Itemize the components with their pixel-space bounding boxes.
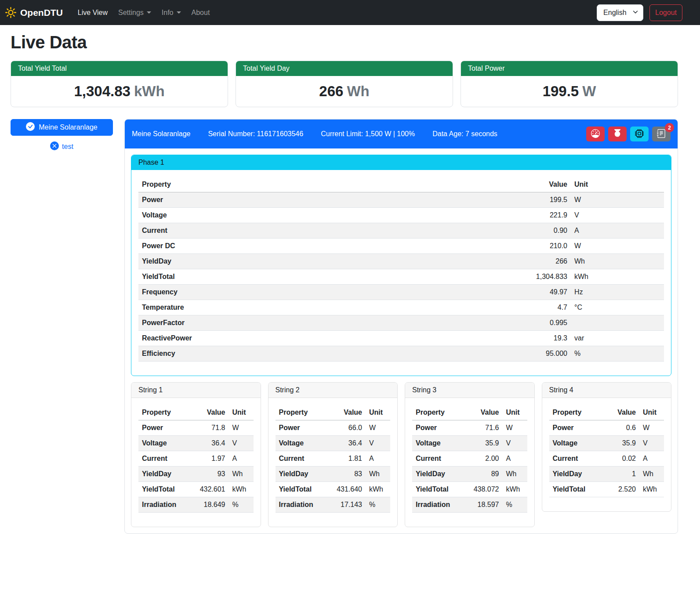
phase-panel-body: Property Value Unit Power199.5WVoltage22…: [131, 170, 671, 376]
unit-cell: Wh: [229, 467, 254, 482]
page-container: Live Data Total Yield Total 1,304.83kWh …: [0, 33, 700, 547]
inverter-card-body: Phase 1 Property Value Unit Power199.5WV…: [125, 148, 678, 533]
value-cell: 0.02: [597, 451, 639, 467]
table-row: Efficiency95.000%: [138, 346, 664, 362]
unit-cell: A: [571, 223, 664, 239]
column-value: Value: [323, 405, 366, 420]
power-button[interactable]: [608, 127, 627, 141]
table-row: YieldDay266Wh: [138, 254, 664, 269]
brand[interactable]: OpenDTU: [5, 7, 63, 18]
property-cell: PowerFactor: [138, 315, 505, 331]
total-yield-day-card: Total Yield Day 266Wh: [236, 61, 453, 107]
table-row: Voltage36.4V: [276, 436, 391, 451]
table-head: Property Value Unit: [412, 405, 527, 420]
nav-item-info[interactable]: Info: [156, 5, 186, 20]
nav-item-live-view[interactable]: Live View: [73, 5, 113, 20]
table-body: Power71.6WVoltage35.9VCurrent2.00AYieldD…: [412, 420, 527, 513]
table-row: YieldTotal438.072kWh: [412, 482, 527, 497]
property-cell: Efficiency: [138, 346, 505, 362]
inverter-meta: Meine Solaranlage Serial Number: 1161716…: [132, 130, 497, 138]
property-cell: Current: [138, 451, 187, 467]
property-cell: YieldDay: [138, 467, 187, 482]
nav-item-settings[interactable]: Settings: [113, 5, 156, 20]
property-cell: YieldTotal: [276, 482, 324, 497]
value-cell: 17.143: [323, 497, 366, 513]
value-cell: 432.601: [187, 482, 229, 497]
event-log-button[interactable]: 2: [652, 127, 671, 141]
table-row: YieldTotal1,304.833kWh: [138, 269, 664, 285]
string-card-body: Property Value Unit Power71.8WVoltage36.…: [131, 398, 261, 527]
value-cell: 1.97: [187, 451, 229, 467]
property-cell: Voltage: [138, 208, 505, 223]
cpu-icon: [635, 129, 644, 139]
table-row: Current2.00A: [412, 451, 527, 467]
table-body: Power0.6WVoltage35.9VCurrent0.02AYieldDa…: [549, 420, 664, 497]
value-cell: 210.0: [505, 239, 571, 254]
inverter-name: Meine Solaranlage: [132, 130, 190, 138]
navbar: OpenDTU Live View Settings Info About En…: [0, 0, 700, 25]
column-property: Property: [276, 405, 324, 420]
card-value: 266: [319, 83, 343, 99]
property-cell: Voltage: [549, 436, 598, 451]
table-row: Irradiation18.597%: [412, 497, 527, 513]
unit-cell: V: [639, 436, 664, 451]
unit-cell: A: [503, 451, 527, 467]
column-value: Value: [505, 177, 571, 192]
property-cell: YieldTotal: [412, 482, 461, 497]
device-info-button[interactable]: [630, 127, 649, 141]
table-row: Voltage35.9V: [412, 436, 527, 451]
property-cell: Power: [549, 420, 598, 436]
nav-item-about[interactable]: About: [186, 5, 215, 20]
table-head: Property Value Unit: [138, 405, 254, 420]
unit-cell: Wh: [366, 467, 390, 482]
value-cell: 431.640: [323, 482, 366, 497]
inverter-selected-button[interactable]: Meine Solaranlage: [11, 119, 113, 136]
value-cell: 36.4: [323, 436, 366, 451]
nav-item-label: Settings: [118, 9, 144, 17]
value-cell: 4.7: [505, 300, 571, 315]
string-card-body: Property Value Unit Power71.6WVoltage35.…: [405, 398, 534, 527]
value-cell: 1.81: [323, 451, 366, 467]
limit-settings-button[interactable]: [586, 127, 605, 141]
table-row: Power DC210.0W: [138, 239, 664, 254]
value-cell: 19.3: [505, 331, 571, 346]
value-cell: 35.9: [597, 436, 639, 451]
language-select[interactable]: English: [597, 4, 643, 21]
unit-cell: kWh: [571, 269, 664, 285]
value-cell: 95.000: [505, 346, 571, 362]
value-cell: 36.4: [187, 436, 229, 451]
property-cell: YieldTotal: [549, 482, 598, 497]
value-cell: 438.072: [461, 482, 503, 497]
table-row: YieldDay1Wh: [549, 467, 664, 482]
inverter-item-test[interactable]: test: [11, 141, 113, 152]
table-head: Property Value Unit: [549, 405, 664, 420]
column-unit: Unit: [639, 405, 664, 420]
column-value: Value: [187, 405, 229, 420]
card-title: Total Yield Day: [236, 61, 453, 76]
table-row: Temperature4.7°C: [138, 300, 664, 315]
unit-cell: A: [229, 451, 254, 467]
property-cell: Voltage: [276, 436, 324, 451]
unit-cell: W: [229, 420, 254, 436]
string-card-title: String 4: [542, 383, 671, 398]
table-row: Current0.90A: [138, 223, 664, 239]
table-body: Power199.5WVoltage221.9VCurrent0.90APowe…: [138, 192, 664, 362]
inverter-card: Meine Solaranlage Serial Number: 1161716…: [124, 119, 678, 534]
logout-button[interactable]: Logout: [649, 4, 682, 21]
table-row: Power199.5W: [138, 192, 664, 208]
table-row: YieldDay89Wh: [412, 467, 527, 482]
nav-item-label: Live View: [78, 9, 108, 17]
value-cell: 1,304.833: [505, 269, 571, 285]
unit-cell: °C: [571, 300, 664, 315]
card-value-block: 199.5W: [461, 76, 678, 107]
table-body: Power71.8WVoltage36.4VCurrent1.97AYieldD…: [138, 420, 254, 513]
unit-cell: V: [229, 436, 254, 451]
phase-panel-title: Phase 1: [131, 155, 671, 170]
unit-cell: kWh: [229, 482, 254, 497]
string-card-body: Property Value Unit Power66.0WVoltage36.…: [268, 398, 398, 527]
value-cell: 71.8: [187, 420, 229, 436]
value-cell: 49.97: [505, 285, 571, 300]
table-body: Power66.0WVoltage36.4VCurrent1.81AYieldD…: [276, 420, 391, 513]
nav-links: Live View Settings Info About: [73, 5, 215, 20]
property-cell: YieldDay: [549, 467, 598, 482]
